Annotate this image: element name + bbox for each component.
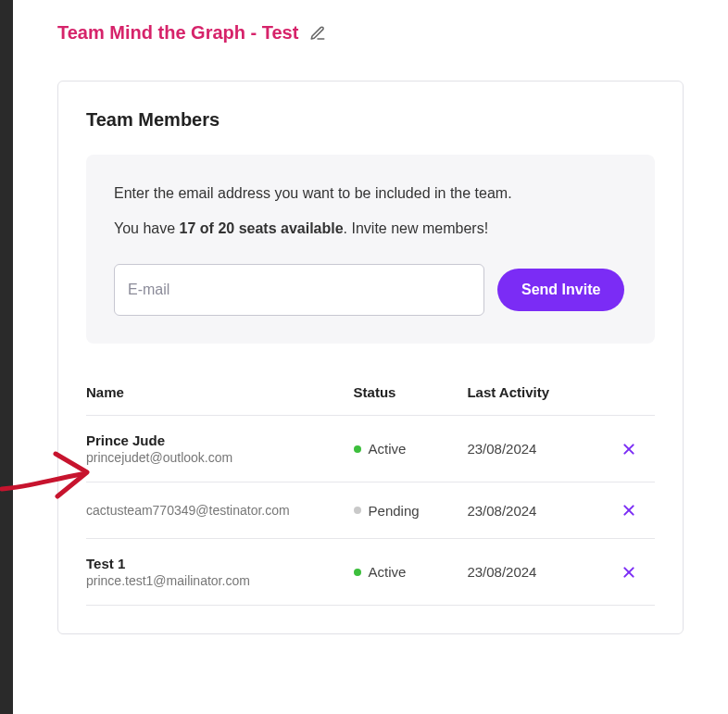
status-label: Active — [369, 564, 407, 580]
close-icon — [621, 565, 636, 580]
seats-pre: You have — [114, 220, 180, 236]
page-title-row: Team Mind the Graph - Test — [57, 22, 684, 44]
status-dot-pending-icon — [354, 507, 361, 514]
col-header-activity: Last Activity — [467, 375, 603, 416]
cell-status: Active — [354, 539, 468, 606]
members-table: Name Status Last Activity Prince Judepri… — [86, 375, 655, 606]
invite-box: Enter the email address you want to be i… — [86, 155, 655, 344]
col-header-action — [604, 375, 655, 416]
invite-intro: Enter the email address you want to be i… — [114, 182, 627, 205]
seats-bold: 17 of 20 seats available — [180, 220, 344, 236]
edit-icon[interactable] — [309, 25, 326, 42]
table-row: Prince Judeprincejudet@outlook.comActive… — [86, 416, 655, 482]
status-label: Active — [369, 441, 407, 457]
col-header-status: Status — [354, 375, 468, 416]
content-area: Team Mind the Graph - Test Team Members … — [13, 0, 728, 657]
section-title: Team Members — [86, 109, 655, 131]
status-label: Pending — [369, 503, 420, 519]
cell-action — [604, 416, 655, 482]
status-dot-active-icon — [354, 445, 361, 453]
cell-name: cactusteam770349@testinator.com — [86, 482, 354, 539]
remove-member-button[interactable] — [618, 561, 640, 583]
remove-member-button[interactable] — [618, 438, 640, 460]
send-invite-button[interactable]: Send Invite — [497, 269, 624, 311]
table-row: Test 1prince.test1@mailinator.comActive2… — [86, 539, 655, 606]
member-name: Test 1 — [86, 556, 354, 571]
status-dot-active-icon — [354, 569, 361, 576]
close-icon — [621, 503, 636, 518]
side-strip — [0, 0, 13, 714]
cell-action — [604, 482, 655, 539]
member-email: princejudet@outlook.com — [86, 450, 354, 465]
cell-name: Test 1prince.test1@mailinator.com — [86, 539, 354, 606]
cell-activity: 23/08/2024 — [467, 539, 603, 606]
cell-status: Pending — [354, 482, 468, 539]
member-name: Prince Jude — [86, 432, 354, 448]
cell-activity: 23/08/2024 — [467, 416, 603, 482]
team-members-card: Team Members Enter the email address you… — [57, 81, 684, 634]
close-icon — [621, 442, 636, 457]
cell-activity: 23/08/2024 — [467, 482, 603, 539]
col-header-name: Name — [86, 375, 354, 416]
table-row: cactusteam770349@testinator.comPending23… — [86, 482, 655, 539]
email-input[interactable] — [114, 264, 484, 316]
member-email: cactusteam770349@testinator.com — [86, 503, 354, 518]
cell-action — [604, 539, 655, 606]
remove-member-button[interactable] — [618, 499, 640, 521]
cell-status: Active — [354, 416, 468, 482]
cell-name: Prince Judeprincejudet@outlook.com — [86, 416, 354, 482]
invite-seats: You have 17 of 20 seats available. Invit… — [114, 218, 627, 240]
invite-row: Send Invite — [114, 264, 627, 316]
page-title: Team Mind the Graph - Test — [57, 22, 298, 44]
seats-post: . Invite new members! — [344, 220, 489, 236]
member-email: prince.test1@mailinator.com — [86, 573, 354, 588]
